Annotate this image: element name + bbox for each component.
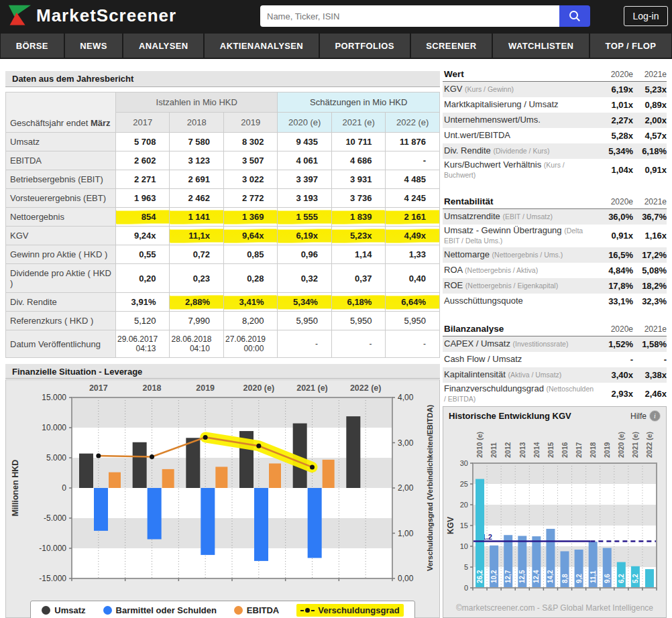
svg-text:Verschuldungsgrad (Verbindlich: Verschuldungsgrad (Verbindlichkeiten/EBI… [426, 405, 434, 571]
metric-value: 5,28x [600, 131, 633, 141]
year-header: 2018 [170, 113, 223, 133]
svg-text:14,2: 14,2 [547, 570, 554, 583]
cell-value: 0,96 [278, 245, 331, 264]
cell-value: 4 485 [386, 170, 440, 189]
metric-label: Umsatz - Gewinn Übertragung (Delta EBIT … [444, 226, 600, 246]
cell-value: 2 691 [170, 170, 223, 189]
nav-item-portfolios[interactable]: PORTFOLIOS [320, 34, 410, 58]
nav-item-top-flop[interactable]: TOP / FLOP [590, 34, 671, 58]
cell-value: 0,72 [170, 245, 223, 264]
svg-text:KGV: KGV [446, 517, 455, 534]
year-header: 2020 (e) [278, 113, 331, 133]
metric-value: 0,91x [633, 165, 667, 175]
column-year-header: 2020e [600, 324, 633, 334]
svg-text:20: 20 [460, 501, 468, 509]
cell-value: - [278, 330, 331, 358]
section-title: Wert [444, 69, 600, 79]
svg-text:2017: 2017 [575, 442, 583, 458]
search-button[interactable] [559, 5, 590, 27]
logo[interactable]: MarketScreener [7, 4, 176, 27]
svg-text:0: 0 [62, 483, 66, 493]
svg-text:10,2: 10,2 [490, 570, 498, 583]
cell-value: 3 022 [223, 170, 277, 189]
metric-value: 6,18% [633, 146, 667, 156]
cell-value: - [386, 330, 440, 358]
kgv-history-panel: Historische Entwicklung KGV Hilfe i 11.2… [443, 406, 667, 618]
nav-item-börse[interactable]: BÖRSE [1, 34, 64, 58]
svg-text:30: 30 [460, 459, 468, 467]
nav-item-screener[interactable]: SCREENER [411, 34, 492, 58]
svg-text:3,00: 3,00 [398, 438, 414, 448]
cell-value: 2 161 [386, 208, 440, 227]
metric-value: 18,2% [633, 281, 667, 291]
login-button[interactable]: Log-in [624, 6, 668, 26]
cell-value: 4,49x [386, 227, 440, 245]
cell-value: 2,88% [170, 293, 223, 312]
metric-value: 4,84% [600, 265, 633, 275]
svg-text:-5.000: -5.000 [44, 513, 66, 523]
nav-item-watchlisten[interactable]: WATCHLISTEN [493, 34, 589, 58]
svg-text:2019: 2019 [196, 383, 215, 393]
svg-text:5,2: 5,2 [632, 574, 639, 583]
svg-text:2013: 2013 [518, 442, 526, 458]
cell-value: 3,41% [223, 293, 277, 312]
row-label: Gewinn pro Aktie ( HKD ) [6, 245, 116, 264]
metric-value: 2,27x [600, 115, 633, 125]
nav-item-analysen[interactable]: ANALYSEN [123, 34, 203, 58]
svg-text:2022 (e): 2022 (e) [645, 432, 653, 458]
metric-label: Marktkapitalisierung / Umsatz [444, 100, 600, 110]
line-marker-icon [305, 608, 310, 613]
help-link[interactable]: Hilfe [630, 412, 647, 421]
column-year-header: 2021e [633, 197, 667, 206]
search-input[interactable] [260, 5, 559, 27]
legend-dot-icon [103, 606, 112, 615]
cell-value: 854 [116, 208, 170, 227]
cell-value: 2 772 [223, 189, 277, 208]
svg-text:5: 5 [464, 563, 468, 571]
sidebar-row: Cash Flow / Umsatz -- [443, 352, 667, 367]
nav-item-aktienanalysen[interactable]: AKTIENANALYSEN [205, 34, 319, 58]
line-marker-icon [300, 610, 304, 611]
cell-value: 1,14 [331, 245, 385, 264]
row-label: Betriebsergebnis (EBIT) [6, 170, 116, 189]
search-icon [568, 9, 581, 23]
cell-value: 3 736 [331, 189, 385, 208]
metric-label: Umsatzrendite (EBIT / Umsatz) [444, 212, 600, 222]
section-title: Bilanzanalyse [444, 324, 600, 334]
svg-text:4,00: 4,00 [398, 393, 414, 402]
cell-value: 5,34% [278, 293, 331, 312]
cell-value: 4 686 [331, 151, 385, 170]
year-header: 2021 (e) [331, 113, 385, 133]
logo-icon [7, 4, 32, 27]
cell-value: 1 369 [223, 208, 277, 227]
metric-value: 32,3% [633, 296, 667, 306]
main-nav: BÖRSENEWSANALYSENAKTIENANALYSENPORTFOLIO… [0, 32, 672, 59]
metric-label: Unternehmenswert/Ums. [444, 115, 600, 125]
metric-label: Ausschüttungsquote [444, 296, 600, 306]
cell-value: 11,1x [170, 227, 223, 245]
sidebar-row: Kapitalintensität (Aktiva / Umsatz)3,40x… [443, 367, 667, 383]
group-estimates-header: Schätzungen in Mio HKD [278, 92, 440, 113]
info-icon[interactable]: i [649, 410, 661, 422]
metric-value: - [633, 355, 667, 365]
cell-value: 8,200 [223, 312, 277, 330]
search-bar [260, 5, 590, 27]
svg-text:9,6: 9,6 [604, 574, 611, 583]
cell-value: 9,24x [116, 227, 170, 245]
metric-value: 2,46x [633, 389, 667, 399]
metric-value: 0,89x [633, 100, 667, 110]
sidebar-row: Unt.wert/EBITDA 5,28x4,57x [443, 128, 667, 143]
svg-text:15.000: 15.000 [42, 393, 66, 402]
svg-text:1,00: 1,00 [398, 529, 414, 538]
cell-value: 9,64x [223, 227, 277, 245]
cell-value: 1 141 [170, 208, 223, 227]
nav-item-news[interactable]: NEWS [65, 34, 123, 58]
metric-value: 2,93x [600, 389, 633, 399]
year-header: 2022 (e) [386, 113, 440, 133]
sidebar-row: CAPEX / Umsatz (Investitionssrate)1,52%1… [443, 336, 667, 352]
cell-value: 9 435 [278, 133, 331, 151]
sidebar-row: Umsatz - Gewinn Übertragung (Delta EBIT … [443, 225, 667, 247]
legend-item: Verschuldungsgrad [296, 604, 403, 617]
financial-table: Geschäftsjahr endet MärzIstzahlen in Mio… [5, 92, 440, 358]
sidebar-section-rentabilität: Rentabilität2020e2021eUmsatzrendite (EBI… [443, 194, 667, 309]
